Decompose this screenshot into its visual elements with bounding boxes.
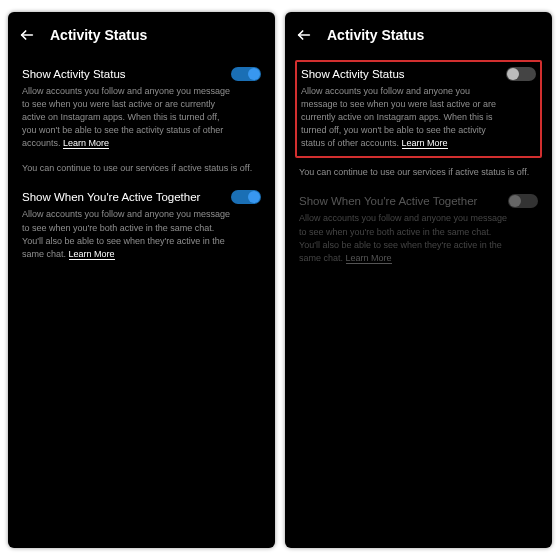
setting-desc-text: Allow accounts you follow and anyone you… (22, 209, 230, 258)
settings-content: Show Activity Status Allow accounts you … (285, 54, 552, 281)
page-title: Activity Status (50, 27, 147, 43)
setting-active-together: Show When You're Active Together Allow a… (20, 183, 263, 270)
setting-desc-text: Allow accounts you follow and anyone you… (22, 86, 230, 148)
header-bar: Activity Status (8, 18, 275, 54)
setting-show-activity-status: Show Activity Status Allow accounts you … (20, 60, 263, 160)
setting-title: Show Activity Status (301, 66, 500, 82)
page-title: Activity Status (327, 27, 424, 43)
settings-content: Show Activity Status Allow accounts you … (8, 54, 275, 277)
info-note: You can continue to use our services if … (20, 160, 263, 183)
info-note: You can continue to use our services if … (297, 164, 540, 187)
setting-show-activity-status: Show Activity Status Allow accounts you … (295, 60, 542, 158)
setting-title: Show When You're Active Together (22, 189, 225, 205)
phone-screen-left: Activity Status Show Activity Status All… (8, 12, 275, 548)
learn-more-link[interactable]: Learn More (69, 249, 115, 260)
setting-active-together: Show When You're Active Together Allow a… (297, 187, 540, 274)
learn-more-link[interactable]: Learn More (402, 138, 448, 149)
learn-more-link[interactable]: Learn More (63, 138, 109, 149)
setting-title: Show When You're Active Together (299, 193, 502, 209)
setting-desc-text: Allow accounts you follow and anyone you… (301, 86, 496, 148)
back-arrow-icon[interactable] (18, 26, 36, 44)
header-bar: Activity Status (285, 18, 552, 54)
setting-description: Allow accounts you follow and anyone you… (301, 85, 536, 150)
setting-title: Show Activity Status (22, 66, 225, 82)
setting-desc-text: Allow accounts you follow and anyone you… (299, 213, 507, 262)
toggle-active-together[interactable] (231, 190, 261, 204)
back-arrow-icon[interactable] (295, 26, 313, 44)
toggle-active-together (508, 194, 538, 208)
setting-description: Allow accounts you follow and anyone you… (299, 212, 538, 264)
setting-description: Allow accounts you follow and anyone you… (22, 85, 261, 150)
learn-more-link: Learn More (346, 253, 392, 264)
phone-screen-right: Activity Status Show Activity Status All… (285, 12, 552, 548)
toggle-show-activity-status[interactable] (231, 67, 261, 81)
setting-description: Allow accounts you follow and anyone you… (22, 208, 261, 260)
toggle-show-activity-status[interactable] (506, 67, 536, 81)
